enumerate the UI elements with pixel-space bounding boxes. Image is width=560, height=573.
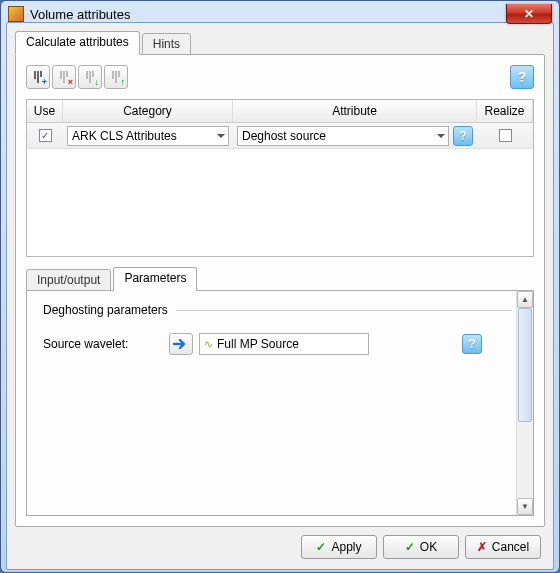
help-icon: ? <box>518 69 527 85</box>
attribute-dropdown[interactable]: Deghost source <box>237 126 449 146</box>
calculate-tab-page: + × ↓ ↑ ? <box>15 54 545 527</box>
dropdown-value: Deghost source <box>242 129 326 143</box>
attributes-grid: Use Category Attribute Realize ✓ ARK CLS… <box>26 99 534 257</box>
app-icon <box>8 6 24 22</box>
col-header-use[interactable]: Use <box>27 100 63 122</box>
cell-attribute: Deghost source ? <box>233 124 477 148</box>
close-icon: ✕ <box>524 7 534 21</box>
wavelet-icon: ∿ <box>204 338 213 351</box>
scroll-down-button[interactable]: ▼ <box>517 498 533 515</box>
category-dropdown[interactable]: ARK CLS Attributes <box>67 126 229 146</box>
window-title: Volume attributes <box>30 7 130 22</box>
arrow-right-icon <box>173 338 189 350</box>
button-label: Cancel <box>492 540 529 554</box>
top-tabstrip: Calculate attributes Hints <box>15 31 545 55</box>
dropdown-value: ARK CLS Attributes <box>72 129 177 143</box>
grid-header: Use Category Attribute Realize <box>27 100 533 123</box>
ok-button[interactable]: ✓ OK <box>383 535 459 559</box>
realize-checkbox[interactable] <box>499 129 512 142</box>
button-label: OK <box>420 540 437 554</box>
bars-icon <box>112 71 120 83</box>
select-wavelet-button[interactable] <box>169 333 193 355</box>
check-icon: ✓ <box>405 540 415 554</box>
wavelet-help-button[interactable]: ? <box>462 334 482 354</box>
checkmark-icon: ✓ <box>41 131 49 141</box>
col-header-attribute[interactable]: Attribute <box>233 100 477 122</box>
source-wavelet-row: Source wavelet: ∿ Full MP Source <box>43 333 512 355</box>
help-icon: ? <box>468 337 475 351</box>
parameters-tab-page: Deghosting parameters Source wavelet: ∿ <box>26 290 534 516</box>
parameters-group-header: Deghosting parameters <box>43 303 512 317</box>
move-down-button[interactable]: ↓ <box>78 65 102 89</box>
x-icon: × <box>68 77 73 87</box>
source-wavelet-field[interactable]: ∿ Full MP Source <box>199 333 369 355</box>
check-icon: ✓ <box>316 540 326 554</box>
wavelet-value: Full MP Source <box>217 337 299 351</box>
help-icon: ? <box>459 129 466 143</box>
col-header-category[interactable]: Category <box>63 100 233 122</box>
plus-icon: + <box>42 77 47 87</box>
vertical-scrollbar[interactable]: ▲ ▼ <box>516 291 533 515</box>
col-header-realize[interactable]: Realize <box>477 100 533 122</box>
scroll-track[interactable] <box>517 308 533 498</box>
x-icon: ✗ <box>477 540 487 554</box>
cell-category: ARK CLS Attributes <box>63 124 233 148</box>
titlebar[interactable]: Volume attributes ✕ <box>6 6 554 22</box>
help-button[interactable]: ? <box>510 65 534 89</box>
cell-use: ✓ <box>27 127 63 144</box>
arrow-up-icon: ↑ <box>121 77 126 87</box>
tab-hints[interactable]: Hints <box>142 33 191 55</box>
scroll-up-button[interactable]: ▲ <box>517 291 533 308</box>
move-up-button[interactable]: ↑ <box>104 65 128 89</box>
volume-attributes-window: Volume attributes ✕ Calculate attributes… <box>0 0 560 573</box>
table-row: ✓ ARK CLS Attributes Deghost source <box>27 123 533 149</box>
add-attribute-button[interactable]: + <box>26 65 50 89</box>
cancel-button[interactable]: ✗ Cancel <box>465 535 541 559</box>
tab-parameters[interactable]: Parameters <box>113 267 197 291</box>
cell-realize <box>477 127 533 144</box>
tab-input-output[interactable]: Input/output <box>26 269 111 291</box>
tab-label: Input/output <box>37 273 100 287</box>
tab-calculate-attributes[interactable]: Calculate attributes <box>15 31 140 55</box>
chevron-down-icon <box>437 134 445 138</box>
divider <box>176 310 512 311</box>
group-title: Deghosting parameters <box>43 303 168 317</box>
close-button[interactable]: ✕ <box>506 4 552 24</box>
lower-tabstrip: Input/output Parameters <box>26 267 534 291</box>
toolbar: + × ↓ ↑ ? <box>26 65 534 89</box>
dialog-footer: ✓ Apply ✓ OK ✗ Cancel <box>15 527 545 561</box>
source-wavelet-label: Source wavelet: <box>43 337 163 351</box>
tab-label: Parameters <box>124 271 186 285</box>
tab-label: Calculate attributes <box>26 35 129 49</box>
tab-label: Hints <box>153 37 180 51</box>
apply-button[interactable]: ✓ Apply <box>301 535 377 559</box>
chevron-down-icon <box>217 134 225 138</box>
arrow-down-icon: ↓ <box>95 77 100 87</box>
bars-icon <box>86 71 94 83</box>
attribute-help-button[interactable]: ? <box>453 126 473 146</box>
button-label: Apply <box>331 540 361 554</box>
remove-attribute-button[interactable]: × <box>52 65 76 89</box>
scroll-thumb[interactable] <box>518 308 532 422</box>
client-area: Calculate attributes Hints + × ↓ <box>6 22 554 570</box>
use-checkbox[interactable]: ✓ <box>39 129 52 142</box>
